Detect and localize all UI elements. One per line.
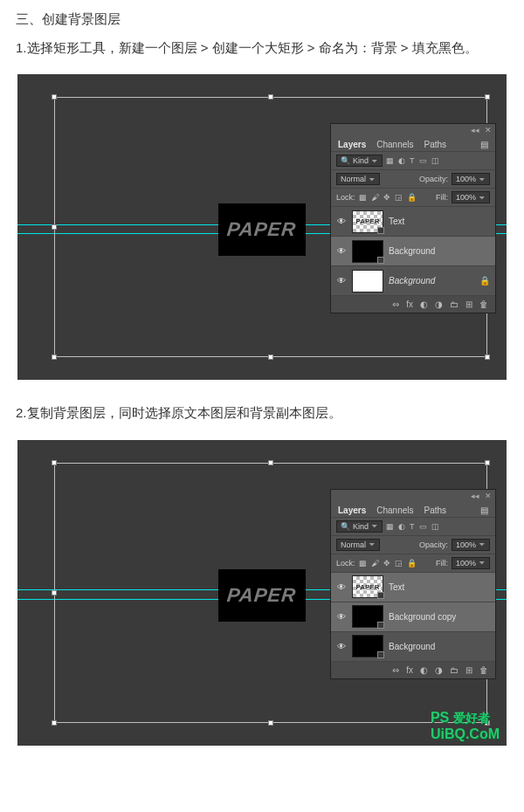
visibility-icon[interactable]: 👁 <box>336 642 347 651</box>
filter-kind-select[interactable]: 🔍Kind⏷ <box>336 155 383 167</box>
layer-name[interactable]: Background <box>389 276 435 286</box>
fill-label: Fill: <box>436 559 448 568</box>
filter-pixel-icon[interactable]: ▦ <box>386 522 394 531</box>
mask-icon[interactable]: ◐ <box>420 299 428 309</box>
visibility-icon[interactable]: 👁 <box>336 217 347 226</box>
blend-mode-select[interactable]: Normal⏷ <box>336 539 380 551</box>
resize-handle[interactable] <box>52 460 57 465</box>
adjustment-icon[interactable]: ◑ <box>435 665 443 675</box>
resize-handle[interactable] <box>52 224 57 230</box>
lock-paint-icon[interactable]: 🖌 <box>371 559 379 568</box>
screenshot-1: PAPER ◂◂ ✕ Layers Channels Paths ▤ 🔍Kind… <box>17 74 507 380</box>
layer-item-background-copy[interactable]: 👁 Background copy <box>331 602 495 631</box>
fx-icon[interactable]: fx <box>406 665 413 675</box>
lock-pos-icon[interactable]: ✥ <box>383 559 390 568</box>
layer-name[interactable]: Text <box>389 217 404 226</box>
layer-item-background-locked[interactable]: 👁 Background 🔒 <box>331 265 495 295</box>
tab-paths[interactable]: Paths <box>424 506 447 515</box>
group-icon[interactable]: 🗀 <box>450 665 458 675</box>
visibility-icon[interactable]: 👁 <box>336 582 347 592</box>
mask-icon[interactable]: ◐ <box>420 665 428 675</box>
layer-thumb <box>352 635 383 657</box>
opacity-label: Opacity: <box>419 175 448 183</box>
layer-name[interactable]: Background copy <box>389 612 456 622</box>
filter-adjust-icon[interactable]: ◐ <box>398 156 405 165</box>
fill-value[interactable]: 100%⏷ <box>452 557 490 569</box>
resize-handle[interactable] <box>485 354 490 360</box>
group-icon[interactable]: 🗀 <box>450 299 458 309</box>
trash-icon[interactable]: 🗑 <box>479 299 488 309</box>
visibility-icon[interactable]: 👁 <box>336 612 347 622</box>
resize-handle[interactable] <box>52 590 57 595</box>
lock-trans-icon[interactable]: ▩ <box>359 193 367 202</box>
layer-name[interactable]: Background <box>389 642 435 651</box>
panel-collapse-icon[interactable]: ◂◂ <box>471 492 479 500</box>
panel-menu-icon[interactable]: ▤ <box>480 140 488 149</box>
resize-handle[interactable] <box>52 94 57 100</box>
link-icon[interactable]: ⇔ <box>392 299 399 309</box>
filter-shape-icon[interactable]: ▭ <box>419 156 427 165</box>
resize-handle[interactable] <box>268 94 273 100</box>
watermark-cn: 爱好者 <box>453 711 490 725</box>
fill-value[interactable]: 100%⏷ <box>452 191 490 203</box>
resize-handle[interactable] <box>485 460 490 465</box>
fx-icon[interactable]: fx <box>406 299 413 309</box>
panel-menu-icon[interactable]: ▤ <box>480 506 488 515</box>
resize-handle[interactable] <box>485 94 490 100</box>
tab-channels[interactable]: Channels <box>376 140 413 149</box>
lock-all-icon[interactable]: 🔒 <box>407 193 417 202</box>
lock-all-icon[interactable]: 🔒 <box>407 559 417 568</box>
layer-name[interactable]: Background <box>389 246 435 256</box>
filter-smart-icon[interactable]: ◫ <box>431 522 439 531</box>
layer-item-text[interactable]: 👁 PAPER Text <box>331 572 495 602</box>
layer-item-text[interactable]: 👁 PAPER Text <box>331 206 495 236</box>
blend-mode-select[interactable]: Normal⏷ <box>336 173 380 185</box>
canvas-paper-box: PAPER <box>218 203 306 256</box>
link-icon[interactable]: ⇔ <box>392 665 399 675</box>
close-icon[interactable]: ✕ <box>485 126 492 134</box>
tab-paths[interactable]: Paths <box>424 140 447 149</box>
tab-channels[interactable]: Channels <box>376 506 413 515</box>
layer-item-background[interactable]: 👁 Background <box>331 236 495 265</box>
filter-shape-icon[interactable]: ▭ <box>419 522 427 531</box>
resize-handle[interactable] <box>268 460 273 465</box>
new-layer-icon[interactable]: ⊞ <box>465 665 472 675</box>
visibility-icon[interactable]: 👁 <box>336 276 347 286</box>
resize-handle[interactable] <box>268 720 273 726</box>
filter-adjust-icon[interactable]: ◐ <box>398 522 405 531</box>
filter-smart-icon[interactable]: ◫ <box>431 156 439 165</box>
lock-trans-icon[interactable]: ▩ <box>359 559 367 568</box>
visibility-icon[interactable]: 👁 <box>336 246 347 256</box>
opacity-value[interactable]: 100%⏷ <box>452 539 490 551</box>
layer-thumb: PAPER <box>352 575 383 598</box>
resize-handle[interactable] <box>268 354 273 360</box>
trash-icon[interactable]: 🗑 <box>479 665 488 675</box>
section-heading: 三、创建背景图层 <box>0 0 524 32</box>
layers-panel: ◂◂ ✕ Layers Channels Paths ▤ 🔍Kind⏷ ▦ ◐ … <box>330 489 496 679</box>
filter-kind-select[interactable]: 🔍Kind⏷ <box>336 520 383 533</box>
close-icon[interactable]: ✕ <box>485 492 492 500</box>
layer-name[interactable]: Text <box>389 582 404 592</box>
lock-artboard-icon[interactable]: ◲ <box>395 193 403 202</box>
filter-pixel-icon[interactable]: ▦ <box>386 156 394 165</box>
tab-layers[interactable]: Layers <box>338 506 366 515</box>
resize-handle[interactable] <box>52 720 57 726</box>
filter-type-icon[interactable]: T <box>410 522 415 531</box>
layer-thumb: PAPER <box>352 210 383 233</box>
lock-paint-icon[interactable]: 🖌 <box>371 193 379 202</box>
tab-layers[interactable]: Layers <box>338 140 366 149</box>
lock-pos-icon[interactable]: ✥ <box>383 193 390 202</box>
lock-label: Lock: <box>336 193 355 202</box>
filter-type-icon[interactable]: T <box>410 156 415 165</box>
adjustment-icon[interactable]: ◑ <box>435 299 443 309</box>
layer-thumb <box>352 605 383 628</box>
canvas-paper-text: PAPER <box>226 584 298 607</box>
new-layer-icon[interactable]: ⊞ <box>465 299 472 309</box>
lock-artboard-icon[interactable]: ◲ <box>395 559 403 568</box>
resize-handle[interactable] <box>52 354 57 360</box>
layer-item-background[interactable]: 👁 Background <box>331 631 495 661</box>
watermark-site: UiBQ.CoM <box>431 726 500 741</box>
panel-collapse-icon[interactable]: ◂◂ <box>471 126 479 134</box>
watermark: PS 爱好者 UiBQ.CoM <box>431 710 500 742</box>
opacity-value[interactable]: 100%⏷ <box>452 173 490 185</box>
